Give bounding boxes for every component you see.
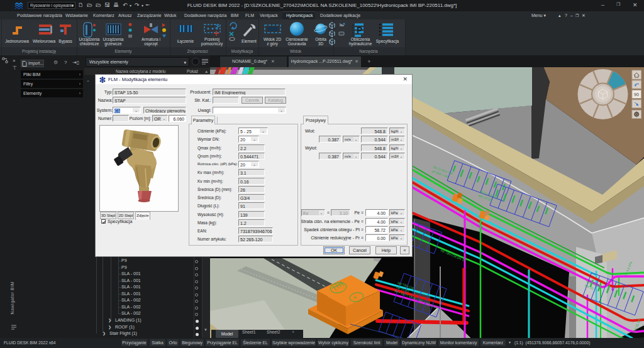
svg-text:90: 90: [634, 92, 639, 97]
svg-text:P: P: [357, 25, 362, 35]
